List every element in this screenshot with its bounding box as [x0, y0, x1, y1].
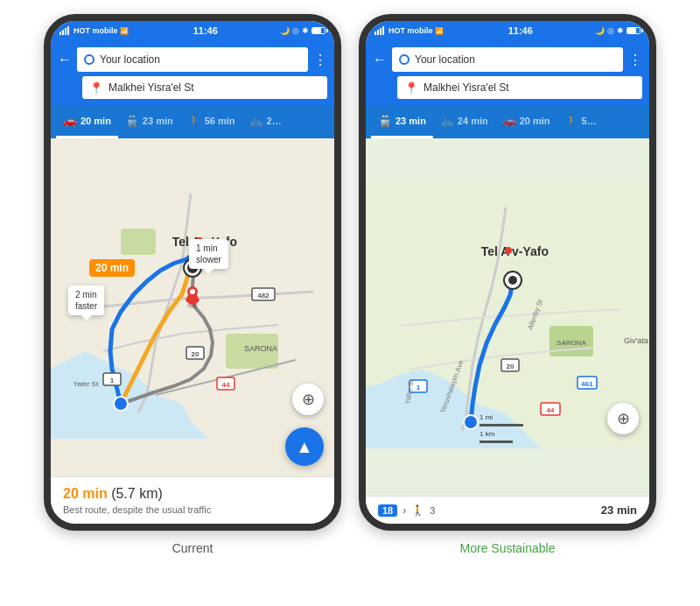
faster-callout: 2 minfaster — [68, 285, 104, 315]
r-origin-text: Your location — [415, 53, 616, 66]
r-origin-row: ← Your location ⋮ — [373, 46, 642, 74]
dest-input[interactable]: 📍 Malkhei Yisra'el St — [82, 76, 327, 99]
origin-icon — [84, 54, 94, 65]
right-nav-header: ← Your location ⋮ 📍 Malkhei Yisra'el St — [366, 40, 649, 105]
route-note: Best route, despite the usual traffic — [63, 504, 322, 515]
r-back-button[interactable]: ← — [373, 52, 387, 67]
right-status-icons: 🌙 ◎ ✱ — [280, 26, 326, 35]
r-train-icon: 🚆 — [378, 114, 392, 127]
svg-text:1: 1 — [416, 384, 421, 391]
r-right-status-icons: 🌙 ◎ ✱ — [595, 26, 640, 35]
time-text: 11:46 — [193, 25, 218, 36]
r-origin-icon — [399, 54, 410, 65]
tab-walk[interactable]: 🚶 56 min — [180, 105, 242, 138]
r-signal-bar-4 — [382, 26, 384, 35]
r-moon-icon: 🌙 — [595, 26, 605, 35]
more-options-button[interactable]: ⋮ — [313, 52, 327, 68]
r-signal-bar-1 — [374, 32, 376, 35]
transit-info: 18 › 🚶 3 — [378, 504, 435, 517]
left-tabs-bar: 🚗 20 min 🚆 23 min 🚶 56 min 🚲 2… — [51, 105, 334, 138]
svg-text:Giv'ata: Giv'ata — [624, 336, 648, 345]
signal-bar-2 — [62, 30, 64, 35]
svg-point-38 — [464, 415, 478, 429]
r-dest-text: Malkhei Yisra'el St — [424, 81, 509, 94]
scale-label-km: 1 km — [480, 430, 494, 438]
r-dest-input[interactable]: 📍 Malkhei Yisra'el St — [397, 76, 642, 99]
origin-text: Your location — [100, 53, 301, 66]
train-icon: 🚆 — [125, 114, 139, 127]
signal-bar-4 — [67, 26, 69, 35]
dest-text: Malkhei Yisra'el St — [108, 81, 194, 94]
bluetooth-icon: ✱ — [302, 26, 309, 35]
r-origin-input[interactable]: Your location — [392, 47, 623, 72]
left-phone: HOT mobile 📶 11:46 🌙 ◎ ✱ ← Your loc — [44, 14, 341, 531]
svg-rect-2 — [121, 229, 156, 255]
r-dest-row: 📍 Malkhei Yisra'el St — [373, 75, 642, 100]
carrier-text: HOT mobile — [74, 26, 118, 35]
route-time-highlight: 20 min — [63, 486, 108, 501]
svg-text:20: 20 — [192, 350, 200, 358]
tab-transit[interactable]: 🚆 23 min — [118, 105, 180, 138]
r-location-target-icon: ⊕ — [617, 409, 630, 428]
route-time-text: 20 min — [95, 262, 129, 274]
tab-bike[interactable]: 🚲 2… — [242, 105, 289, 138]
faster-text: 2 minfaster — [75, 290, 97, 311]
r-bluetooth-icon: ✱ — [617, 26, 624, 35]
route-summary: 20 min (5.7 km) — [63, 486, 322, 502]
moon-icon: 🌙 — [280, 26, 290, 35]
wifi-icon: 📶 — [120, 27, 129, 35]
svg-text:Yafer St: Yafer St — [74, 380, 99, 388]
transit-arrow-icon: › — [402, 504, 406, 517]
svg-text:SARONA: SARONA — [556, 339, 586, 347]
r-tab-walk[interactable]: 🚶 5… — [557, 105, 604, 138]
svg-text:482: 482 — [257, 292, 270, 299]
origin-input[interactable]: Your location — [77, 47, 308, 72]
back-button[interactable]: ← — [58, 52, 72, 67]
tab-drive[interactable]: 🚗 20 min — [56, 105, 118, 138]
r-tab-bike[interactable]: 🚲 24 min — [433, 105, 495, 138]
r-carrier-text: HOT mobile — [388, 26, 433, 35]
navigation-button[interactable]: ▲ — [285, 427, 324, 466]
right-status-bar: HOT mobile 📶 11:46 🌙 ◎ ✱ — [366, 21, 649, 40]
left-status-left: HOT mobile 📶 — [60, 26, 129, 35]
right-tabs-bar: 🚆 23 min 🚲 24 min 🚗 20 min 🚶 5… — [366, 105, 649, 138]
location-button[interactable]: ⊕ — [292, 384, 324, 415]
phones-container: HOT mobile 📶 11:46 🌙 ◎ ✱ ← Your loc — [0, 0, 700, 555]
walk-count: 3 — [430, 505, 435, 516]
left-map: 44 20 482 1 Tel A v-Yafo — [51, 138, 334, 476]
r-walk-icon: 🚶 — [564, 114, 578, 127]
svg-text:20: 20 — [507, 363, 514, 370]
left-phone-wrapper: HOT mobile 📶 11:46 🌙 ◎ ✱ ← Your loc — [44, 14, 341, 555]
route-distance: (5.7 km) — [111, 486, 163, 501]
svg-text:461: 461 — [581, 380, 593, 388]
r-tab-drive[interactable]: 🚗 20 min — [495, 105, 557, 138]
right-status-left: HOT mobile 📶 — [374, 26, 444, 35]
right-signal-bars — [374, 26, 384, 35]
signal-bars — [60, 26, 69, 35]
signal-bar-1 — [60, 32, 61, 35]
scale-label-mile: 1 mi — [480, 413, 493, 421]
scale-ruler-km — [480, 440, 513, 443]
right-phone: HOT mobile 📶 11:46 🌙 ◎ ✱ ← Your loc — [359, 14, 656, 531]
r-tab-transit[interactable]: 🚆 23 min — [371, 105, 433, 138]
origin-row: ← Your location ⋮ — [58, 46, 327, 74]
left-bottom-panel: 20 min (5.7 km) Best route, despite the … — [51, 476, 334, 524]
r-dest-pin-icon: 📍 — [404, 81, 418, 95]
bike-icon: 🚲 — [249, 114, 263, 127]
r-signal-bar-2 — [377, 30, 379, 35]
left-status-bar: HOT mobile 📶 11:46 🌙 ◎ ✱ — [51, 21, 334, 40]
left-nav-header: ← Your location ⋮ 📍 Malkhei Yisra'el St — [51, 40, 334, 105]
r-wifi-icon: 📶 — [435, 27, 444, 35]
r-signal-bar-3 — [380, 28, 382, 35]
r-location-button[interactable]: ⊕ — [607, 403, 639, 434]
walk-icon-transit: 🚶 — [411, 504, 424, 517]
car-icon: 🚗 — [63, 114, 77, 127]
slower-callout: 1 minslower — [189, 239, 228, 269]
svg-text:1: 1 — [110, 377, 115, 384]
svg-text:v-Yafo: v-Yafo — [512, 244, 549, 258]
scale-bar: 1 mi 1 km — [480, 413, 523, 443]
svg-text:SARONA: SARONA — [244, 344, 277, 353]
r-more-options-button[interactable]: ⋮ — [628, 52, 642, 68]
dest-pin-icon: 📍 — [89, 81, 103, 95]
bus-badge: 18 — [378, 504, 397, 517]
